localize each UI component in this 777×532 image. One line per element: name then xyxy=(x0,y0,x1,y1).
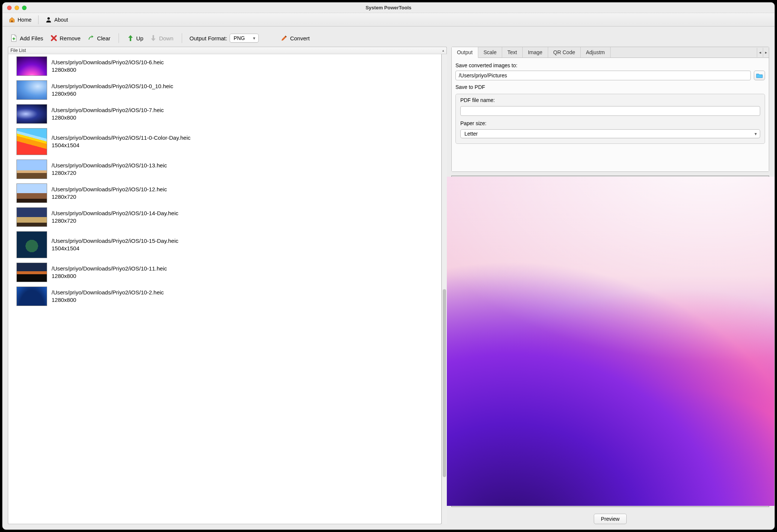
browse-folder-button[interactable] xyxy=(754,71,765,80)
file-list-item[interactable]: /Users/priyo/Downloads/Priyo2/iOS/10-12.… xyxy=(8,181,441,205)
save-to-input[interactable] xyxy=(455,71,751,80)
menubar: Home About xyxy=(3,13,774,27)
file-list-item[interactable]: /Users/priyo/Downloads/Priyo2/iOS/11-0-C… xyxy=(8,126,441,157)
file-dimensions: 1280x960 xyxy=(52,90,173,98)
file-dimensions: 1280x720 xyxy=(52,193,167,201)
window-title: System PowerTools xyxy=(3,5,774,10)
clear-label: Clear xyxy=(97,35,110,41)
thumbnail xyxy=(16,231,47,258)
add-file-icon xyxy=(10,34,18,42)
paper-size-label: Paper size: xyxy=(460,120,760,126)
up-button[interactable]: Up xyxy=(125,34,145,43)
close-window-button[interactable] xyxy=(7,6,12,10)
file-list-header: File List ▴ xyxy=(8,47,447,54)
arrow-down-icon xyxy=(150,34,157,42)
scroll-up-affordance: ▴ xyxy=(442,49,444,52)
remove-x-icon xyxy=(50,34,58,42)
svg-point-1 xyxy=(47,17,50,19)
preview-button[interactable]: Preview xyxy=(594,514,627,524)
tab-text[interactable]: Text xyxy=(502,47,523,58)
settings-tabsheet: OutputScaleTextImageQR CodeAdjustm ◂ ▸ S… xyxy=(451,47,769,172)
tab-scale[interactable]: Scale xyxy=(478,47,502,58)
file-dimensions: 1280x800 xyxy=(52,66,164,74)
thumbnail xyxy=(16,56,47,76)
thumbnail xyxy=(16,104,47,124)
clear-arrow-icon xyxy=(87,34,95,42)
pdf-group: PDF file name: Paper size: Letter ▼ xyxy=(455,94,765,144)
file-path: /Users/priyo/Downloads/Priyo2/iOS/11-0-C… xyxy=(52,134,191,142)
file-list-item[interactable]: /Users/priyo/Downloads/Priyo2/iOS/10-15-… xyxy=(8,229,441,260)
zoom-window-button[interactable] xyxy=(22,6,27,10)
thumbnail xyxy=(16,287,47,306)
convert-label: Convert xyxy=(290,35,310,41)
tab-adjustm[interactable]: Adjustm xyxy=(581,47,611,58)
file-path: /Users/priyo/Downloads/Priyo2/iOS/10-13.… xyxy=(52,162,167,169)
file-info: /Users/priyo/Downloads/Priyo2/iOS/11-0-C… xyxy=(52,134,191,149)
file-info: /Users/priyo/Downloads/Priyo2/iOS/10-12.… xyxy=(52,186,167,201)
file-list-item[interactable]: /Users/priyo/Downloads/Priyo2/iOS/10-11.… xyxy=(8,260,441,284)
file-info: /Users/priyo/Downloads/Priyo2/iOS/10-0_1… xyxy=(52,83,173,98)
tabs-scroll-right[interactable]: ▸ xyxy=(763,48,769,57)
preview-image xyxy=(445,177,775,506)
app-window: System PowerTools Home About Add Files xyxy=(2,2,775,530)
toolbar: Add Files Remove Clear Up Down xyxy=(3,27,774,47)
down-button[interactable]: Down xyxy=(148,34,175,43)
file-list-item[interactable]: /Users/priyo/Downloads/Priyo2/iOS/10-2.h… xyxy=(8,284,441,308)
file-list-item[interactable]: /Users/priyo/Downloads/Priyo2/iOS/10-13.… xyxy=(8,157,441,181)
file-dimensions: 1504x1504 xyxy=(52,142,191,149)
file-info: /Users/priyo/Downloads/Priyo2/iOS/10-14-… xyxy=(52,210,178,225)
scrollbar-thumb[interactable] xyxy=(443,289,446,477)
thumbnail xyxy=(16,80,47,100)
output-format-label: Output Format: xyxy=(190,35,227,41)
tab-image[interactable]: Image xyxy=(523,47,548,58)
preview-box xyxy=(451,176,769,507)
about-menu-label: About xyxy=(54,17,68,23)
about-menu-button[interactable]: About xyxy=(42,15,72,25)
output-tab-body: Save converted images to: Save to PDF PD… xyxy=(452,58,769,171)
titlebar: System PowerTools xyxy=(3,3,774,13)
convert-brush-icon xyxy=(280,34,288,42)
file-info: /Users/priyo/Downloads/Priyo2/iOS/10-2.h… xyxy=(52,289,164,304)
file-path: /Users/priyo/Downloads/Priyo2/iOS/10-15-… xyxy=(52,237,178,245)
convert-button[interactable]: Convert xyxy=(278,34,312,43)
file-path: /Users/priyo/Downloads/Priyo2/iOS/10-0_1… xyxy=(52,83,173,90)
file-dimensions: 1280x800 xyxy=(52,114,164,121)
add-files-label: Add Files xyxy=(20,35,43,41)
save-to-label: Save converted images to: xyxy=(455,62,765,68)
file-dimensions: 1280x800 xyxy=(52,296,164,304)
file-list[interactable]: /Users/priyo/Downloads/Priyo2/iOS/10-6.h… xyxy=(8,54,442,524)
file-dimensions: 1280x800 xyxy=(52,272,167,280)
output-format-select[interactable]: PNG ▼ xyxy=(230,34,259,43)
file-list-item[interactable]: /Users/priyo/Downloads/Priyo2/iOS/10-7.h… xyxy=(8,102,441,126)
file-path: /Users/priyo/Downloads/Priyo2/iOS/10-11.… xyxy=(52,265,167,272)
down-label: Down xyxy=(159,35,173,41)
thumbnail xyxy=(16,183,47,203)
file-dimensions: 1280x720 xyxy=(52,169,167,177)
tabs-scroll: ◂ ▸ xyxy=(757,47,769,58)
tabs: OutputScaleTextImageQR CodeAdjustm ◂ ▸ xyxy=(452,47,769,58)
remove-label: Remove xyxy=(60,35,81,41)
remove-button[interactable]: Remove xyxy=(48,34,83,43)
paper-size-select[interactable]: Letter ▼ xyxy=(460,129,760,138)
save-to-pdf-label: Save to PDF xyxy=(455,84,765,90)
pdf-filename-input[interactable] xyxy=(460,106,760,116)
scrollbar-track[interactable] xyxy=(442,54,447,524)
file-list-item[interactable]: /Users/priyo/Downloads/Priyo2/iOS/10-0_1… xyxy=(8,78,441,102)
file-info: /Users/priyo/Downloads/Priyo2/iOS/10-13.… xyxy=(52,162,167,177)
home-menu-button[interactable]: Home xyxy=(5,15,35,25)
file-list-item[interactable]: /Users/priyo/Downloads/Priyo2/iOS/10-14-… xyxy=(8,205,441,229)
chevron-down-icon: ▼ xyxy=(754,132,758,136)
file-list-header-label: File List xyxy=(10,48,26,53)
minimize-window-button[interactable] xyxy=(15,6,19,10)
tab-qr-code[interactable]: QR Code xyxy=(548,47,581,58)
thumbnail xyxy=(16,207,47,227)
tabs-scroll-left[interactable]: ◂ xyxy=(757,48,763,57)
thumbnail xyxy=(16,128,47,155)
tab-output[interactable]: Output xyxy=(452,47,478,58)
file-dimensions: 1280x720 xyxy=(52,217,178,225)
clear-button[interactable]: Clear xyxy=(85,34,113,43)
file-info: /Users/priyo/Downloads/Priyo2/iOS/10-11.… xyxy=(52,265,167,280)
window-controls xyxy=(3,6,27,10)
add-files-button[interactable]: Add Files xyxy=(8,33,46,43)
file-list-item[interactable]: /Users/priyo/Downloads/Priyo2/iOS/10-6.h… xyxy=(8,54,441,78)
